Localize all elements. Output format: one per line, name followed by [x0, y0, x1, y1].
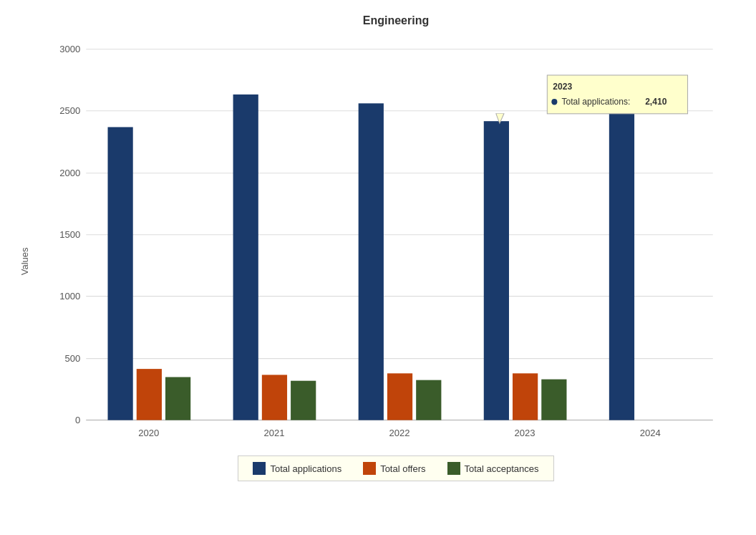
svg-text:2024: 2024	[640, 428, 661, 438]
chart-svg: 0 500 1000 1500 2000 2500 3000	[50, 34, 742, 450]
svg-text:500: 500	[64, 353, 80, 364]
svg-text:2,410: 2,410	[645, 97, 667, 107]
bar-2022-offers	[387, 373, 412, 420]
bar-2022-applications	[359, 103, 384, 420]
legend-item-acceptances: Total acceptances	[447, 462, 539, 475]
svg-text:3000: 3000	[59, 44, 80, 54]
svg-text:0: 0	[75, 415, 80, 425]
svg-text:2022: 2022	[389, 428, 410, 438]
bar-2020-offers	[137, 369, 162, 420]
bar-2023-acceptances	[541, 380, 566, 420]
legend-swatch-acceptances	[447, 462, 460, 475]
y-axis-label: Values	[19, 248, 30, 276]
bar-2023-applications	[484, 121, 509, 420]
svg-text:Total applications:: Total applications:	[561, 97, 630, 107]
bar-2020-acceptances	[165, 377, 190, 420]
bar-2021-offers	[262, 375, 287, 420]
legend-label-offers: Total offers	[380, 463, 425, 474]
legend: Total applications Total offers Total ac…	[238, 456, 553, 481]
bar-2021-acceptances	[291, 381, 316, 420]
svg-text:1500: 1500	[59, 229, 80, 240]
svg-text:2000: 2000	[59, 168, 80, 178]
bar-2021-applications	[233, 95, 258, 420]
svg-text:2023: 2023	[553, 81, 572, 91]
legend-label-applications: Total applications	[270, 463, 341, 474]
legend-label-acceptances: Total acceptances	[465, 463, 539, 474]
svg-point-24	[551, 99, 557, 105]
svg-text:2023: 2023	[515, 428, 536, 438]
bar-2024-applications	[609, 97, 634, 420]
bar-2023-offers	[513, 373, 538, 420]
bar-2020-applications	[108, 127, 133, 420]
legend-item-offers: Total offers	[363, 462, 425, 475]
bar-2022-acceptances	[416, 380, 441, 420]
chart-container: Engineering Values 0 500 1000 1500 2000 …	[0, 0, 756, 535]
legend-item-applications: Total applications	[253, 462, 341, 475]
svg-text:2500: 2500	[59, 105, 80, 116]
svg-text:1000: 1000	[59, 291, 80, 302]
chart-area: Values 0 500 1000 1500 2000 2500 3000	[50, 34, 742, 450]
svg-text:2020: 2020	[138, 428, 159, 438]
legend-swatch-offers	[363, 462, 376, 475]
legend-swatch-applications	[253, 462, 266, 475]
chart-title: Engineering	[50, 14, 742, 27]
svg-text:2021: 2021	[263, 428, 284, 438]
